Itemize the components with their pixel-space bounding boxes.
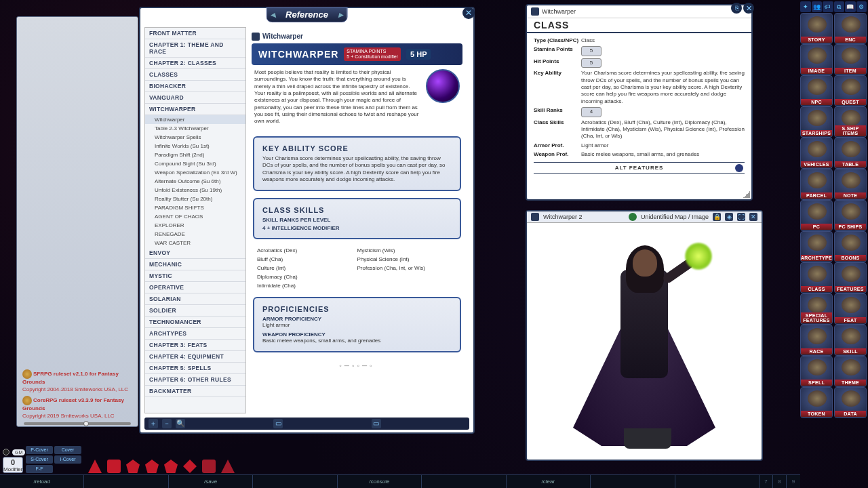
nav-soldier[interactable]: SOLDIER	[145, 305, 245, 317]
dF-die[interactable]	[202, 460, 216, 473]
tool-icon[interactable]: ⚙	[856, 1, 867, 12]
sidebar-pc-ships[interactable]: PC SHIPS	[834, 200, 867, 231]
sidebar-quest[interactable]: QUEST	[834, 75, 867, 106]
status-icon[interactable]	[3, 449, 9, 455]
tool-icon[interactable]: 👥	[812, 1, 823, 12]
page-icon[interactable]: ▭	[273, 419, 283, 428]
hp-field[interactable]: 5	[581, 58, 601, 68]
tool-icon[interactable]: 🏷	[823, 1, 833, 12]
hotkey-page[interactable]: 8	[773, 475, 787, 488]
modifier-box[interactable]: 0 Modifier	[3, 457, 23, 473]
sidebar-vehicles[interactable]: VEHICLES	[800, 138, 833, 169]
sidebar-enc[interactable]: ENC	[834, 13, 867, 44]
ranks-field[interactable]: 4	[581, 107, 601, 117]
nav-archtypes[interactable]: ARCHTYPES	[145, 328, 245, 340]
share-icon[interactable]: ◈	[725, 213, 733, 221]
d10-die[interactable]	[145, 460, 159, 473]
nav-operative[interactable]: OPERATIVE	[145, 282, 245, 293]
sidebar-table[interactable]: TABLE	[834, 138, 867, 169]
nav-sub[interactable]: Infinite Worlds (Su 1st)	[145, 142, 245, 150]
sidebar-image[interactable]: IMAGE	[800, 44, 833, 75]
cover-button[interactable]: Cover	[54, 446, 81, 454]
expand-icon[interactable]: ⛶	[737, 213, 745, 221]
nav-biohacker[interactable]: BIOHACKER	[145, 81, 245, 92]
edit-icon[interactable]	[735, 164, 743, 172]
sidebar-data[interactable]: DATA	[834, 387, 867, 418]
nav-sub[interactable]: EXPLORER	[145, 221, 245, 230]
d8-die[interactable]	[126, 460, 140, 473]
sidebar-feat[interactable]: FEAT	[834, 293, 867, 325]
close-icon[interactable]: ✕	[743, 3, 754, 14]
d12-die[interactable]	[164, 460, 178, 473]
resize-handle[interactable]	[743, 191, 750, 198]
chat-scroll[interactable]	[24, 422, 131, 425]
sidebar-item[interactable]: ITEM	[834, 44, 867, 75]
tool-icon[interactable]: ✦	[800, 1, 811, 12]
cover-button[interactable]: F-F	[26, 465, 53, 473]
nav-sub[interactable]: AGENT OF CHAOS	[145, 212, 245, 221]
hotkey[interactable]	[591, 475, 675, 488]
nav-sub[interactable]: Paradigm Shift (2nd)	[145, 150, 245, 159]
nav-sub[interactable]: Reality Stutter (Su 20th)	[145, 195, 245, 203]
sidebar-skill[interactable]: SKILL	[834, 325, 867, 356]
sidebar-race[interactable]: RACE	[800, 325, 833, 356]
nav-mystic[interactable]: MYSTIC	[145, 270, 245, 282]
hotkey[interactable]: /console	[338, 475, 422, 488]
nav-ch3[interactable]: CHAPTER 3: FEATS	[145, 340, 245, 351]
sidebar-features[interactable]: FEATURES	[834, 262, 867, 293]
sidebar-starships[interactable]: STARSHIPS	[800, 106, 833, 138]
nav-witchwarper[interactable]: WITCHWARPER	[145, 104, 245, 115]
hotkey-page[interactable]: 7	[760, 475, 773, 488]
nav-mechanic[interactable]: MECHANIC	[145, 259, 245, 270]
nav-sub[interactable]: Alternate Outcome (Su 6th)	[145, 177, 245, 186]
sidebar-note[interactable]: NOTE	[834, 169, 867, 200]
hotkey[interactable]	[84, 475, 168, 488]
sidebar-parcel[interactable]: PARCEL	[800, 169, 833, 200]
nav-sub-witchwarper[interactable]: Witchwarper	[145, 115, 245, 124]
hotkey[interactable]: /reload	[0, 475, 84, 488]
hotkey[interactable]	[422, 475, 506, 488]
close-icon[interactable]: ✕	[749, 213, 757, 221]
nav-classes[interactable]: CLASSES	[145, 69, 245, 81]
sidebar-class[interactable]: CLASS	[800, 262, 833, 293]
hotkey-page[interactable]: 9	[787, 475, 800, 488]
lock-icon[interactable]: 🔒	[713, 213, 721, 221]
sidebar-token[interactable]: TOKEN	[800, 387, 833, 418]
sidebar-archetypes[interactable]: ARCHETYPES	[800, 231, 833, 262]
nav-ch6[interactable]: CHAPTER 6: OTHER RULES	[145, 374, 245, 386]
d6-die[interactable]	[107, 460, 121, 473]
page-icon[interactable]: ▭	[372, 419, 381, 428]
sidebar-special-features[interactable]: SPECIAL FEATURES	[800, 293, 833, 325]
sidebar-story[interactable]: STORY	[800, 13, 833, 44]
nav-sub[interactable]: PARADIGM SHIFTS	[145, 203, 245, 212]
d20-die[interactable]	[183, 460, 197, 473]
search-icon[interactable]: 🔍	[176, 419, 185, 428]
cover-button[interactable]: I-Cover	[54, 455, 81, 464]
nav-vanguard[interactable]: VANGUARD	[145, 92, 245, 104]
nav-envoy[interactable]: ENVOY	[145, 247, 245, 259]
nav-front-matter[interactable]: FRONT MATTER	[145, 28, 245, 39]
cover-button[interactable]: P-Cover	[26, 446, 53, 454]
hotkey[interactable]	[253, 475, 337, 488]
sidebar-theme[interactable]: THEME	[834, 356, 867, 387]
remove-icon[interactable]: －	[162, 419, 172, 428]
nav-ch5[interactable]: CHAPTER 5: SPELLS	[145, 363, 245, 374]
nav-sub[interactable]: Weapon Specialization (Ex 3rd W)	[145, 168, 245, 177]
link-icon[interactable]: ⎘	[731, 3, 742, 14]
tool-icon[interactable]: ⧉	[834, 1, 845, 12]
nav-sub[interactable]: Witchwarper Spells	[145, 133, 245, 142]
nav-sub[interactable]: Unfold Existences (Su 19th)	[145, 186, 245, 195]
image-canvas[interactable]	[530, 225, 759, 457]
hotkey[interactable]: /clear	[507, 475, 591, 488]
stamina-field[interactable]: 5	[581, 46, 601, 56]
nav-ch2[interactable]: CHAPTER 2: CLASSES	[145, 58, 245, 69]
nav-sub[interactable]: RENEGADE	[145, 230, 245, 239]
id-badge-icon[interactable]	[629, 213, 637, 221]
sidebar-spell[interactable]: SPELL	[800, 356, 833, 387]
nav-ch4[interactable]: CHAPTER 4: EQUIPMENT	[145, 351, 245, 363]
nav-ch1[interactable]: CHAPTER 1: THEME AND RACE	[145, 39, 245, 58]
sidebar-npc[interactable]: NPC	[800, 75, 833, 106]
tool-icon[interactable]: 📖	[845, 1, 856, 12]
nav-technomancer[interactable]: TECHNOMANCER	[145, 317, 245, 328]
d4-die[interactable]	[88, 460, 102, 473]
